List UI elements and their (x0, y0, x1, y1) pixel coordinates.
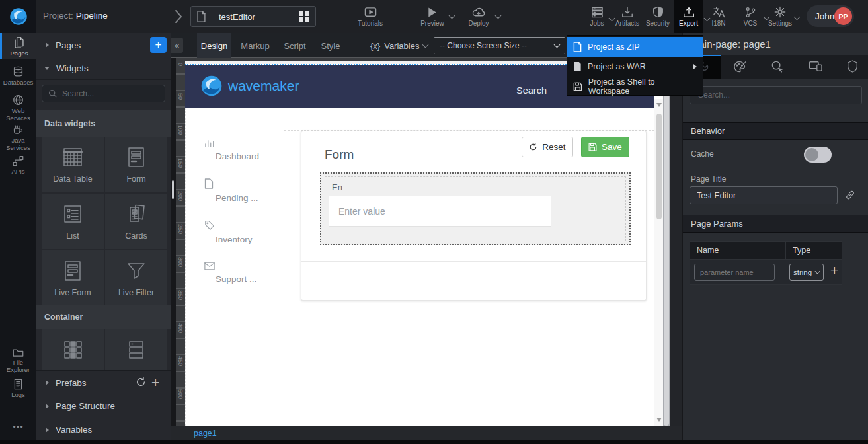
rail-more-button[interactable]: ••• (0, 424, 36, 431)
widget-cards[interactable]: Cards (105, 194, 167, 249)
variables-menu[interactable]: {x} Variables (370, 33, 428, 58)
page-search-underline (506, 104, 636, 104)
tab-security[interactable] (847, 60, 858, 73)
i18n-button[interactable]: I18N (705, 0, 732, 33)
export-button[interactable]: Export (674, 0, 703, 33)
variables-accordion[interactable]: Variables (36, 418, 171, 442)
widget-search[interactable] (42, 85, 165, 102)
settings-chevron-icon[interactable] (794, 14, 801, 20)
active-editor-chip[interactable]: testEditor (190, 6, 316, 27)
widgets-accordion-label: Widgets (56, 63, 89, 73)
canvas-scrollbar[interactable] (654, 99, 663, 426)
rail-item-java-services[interactable]: Java Services (0, 124, 36, 151)
prefabs-add-icon[interactable]: + (151, 375, 159, 390)
scroll-up-button[interactable] (656, 103, 662, 107)
deploy-button[interactable]: Deploy (463, 0, 494, 33)
scroll-thumb[interactable] (656, 114, 662, 219)
shield-icon (652, 6, 664, 18)
preview-button[interactable]: Preview (416, 0, 448, 33)
vcs-button[interactable]: VCS (736, 0, 764, 33)
prefabs-refresh-icon[interactable] (136, 377, 146, 387)
grid-layout-icon (61, 338, 84, 361)
menu-item-project-as-war[interactable]: Project as WAR (567, 57, 703, 77)
page-search-label[interactable]: Search (516, 85, 547, 96)
page-structure-accordion[interactable]: Page Structure (36, 394, 171, 418)
collapse-panel-button[interactable]: « (171, 38, 183, 53)
nav-item-support[interactable]: Support ... (204, 262, 284, 284)
frame-scrollbar[interactable] (663, 61, 670, 426)
prefabs-accordion[interactable]: Prefabs (36, 370, 171, 394)
page-params-section[interactable]: Page Params (683, 215, 868, 233)
reset-button[interactable]: Reset (522, 137, 573, 157)
settings-label: Settings (768, 20, 792, 27)
i18n-label: I18N (711, 20, 725, 27)
caret-right-icon (46, 42, 49, 48)
jobs-button[interactable]: Jobs (583, 0, 611, 33)
settings-button[interactable]: Settings (766, 0, 795, 33)
panel-gutter (171, 58, 176, 426)
tab-design[interactable]: Design (197, 33, 231, 58)
nav-item-inventory[interactable]: Inventory (204, 220, 284, 244)
widget-live-filter[interactable]: Live Filter (105, 250, 167, 306)
menu-item-project-as-zip[interactable]: Project as ZIP (567, 37, 703, 57)
rail-item-apis[interactable]: APIs (0, 155, 36, 176)
properties-panel: Main-page: page1 Behavior Cache (682, 33, 868, 444)
security-button[interactable]: Security (643, 0, 673, 33)
widget-form[interactable]: Form (105, 137, 167, 192)
bind-link-icon[interactable] (845, 190, 855, 200)
dashboard-grid-icon[interactable] (299, 11, 309, 22)
rail-item-web-services[interactable]: Web Services (0, 94, 36, 122)
caret-right-icon (46, 380, 49, 385)
scroll-down-button[interactable] (656, 418, 662, 422)
save-button[interactable]: Save (581, 137, 629, 157)
form-title: Form (325, 147, 354, 162)
widget-data-table[interactable]: Data Table (42, 137, 104, 192)
widget-live-form[interactable]: Live Form (42, 250, 104, 306)
form-fieldset[interactable]: En (320, 172, 631, 245)
add-param-button[interactable]: + (830, 262, 838, 278)
deploy-chevron-icon[interactable] (495, 13, 502, 19)
deploy-label: Deploy (468, 20, 489, 27)
panel-scrollbar-thumb[interactable] (172, 180, 174, 199)
param-type-select[interactable]: string (789, 264, 824, 281)
tab-style[interactable]: Style (316, 33, 345, 58)
screen-size-select[interactable]: -- Choose Screen Size -- (434, 37, 565, 54)
widget-list[interactable]: List (42, 194, 104, 249)
rail-item-pages[interactable]: Pages (0, 33, 36, 59)
widget-grid-layout[interactable] (42, 329, 104, 370)
widget-accordion[interactable] (105, 329, 167, 370)
form-widget[interactable]: Form En Reset Save (301, 131, 647, 301)
nav-item-pending[interactable]: Pending ... (204, 178, 284, 203)
page-title-input[interactable] (690, 186, 838, 204)
list-icon (61, 203, 84, 225)
tutorials-button[interactable]: Tutorials (354, 0, 387, 33)
tab-devices[interactable] (809, 60, 823, 72)
wavemaker-logo-icon (9, 7, 28, 26)
user-menu[interactable]: John PP (807, 5, 854, 27)
rail-item-databases[interactable]: Databases (0, 66, 36, 87)
widgets-accordion[interactable]: Widgets (36, 57, 171, 80)
nav-item-dashboard[interactable]: Dashboard (204, 138, 284, 161)
tab-script[interactable]: Script (279, 33, 311, 58)
tab-events[interactable] (771, 60, 785, 73)
form-text-input[interactable] (329, 196, 551, 227)
param-name-input[interactable] (694, 264, 775, 281)
page-tabs-bar: page1 (171, 426, 682, 441)
rail-item-logs[interactable]: Logs (0, 379, 36, 399)
preview-chevron-icon[interactable] (449, 13, 455, 19)
tab-styles[interactable] (733, 60, 747, 73)
artifacts-button[interactable]: Artifacts (612, 0, 643, 33)
project-breadcrumb[interactable]: Project:Pipeline (43, 11, 108, 20)
properties-search[interactable] (690, 86, 862, 104)
page-tab-page1[interactable]: page1 (194, 429, 217, 438)
properties-search-input[interactable] (697, 90, 842, 100)
behavior-section[interactable]: Behavior (683, 122, 868, 140)
select-chevron-icon (815, 269, 820, 274)
cache-toggle[interactable] (804, 147, 832, 163)
rail-item-file-explorer[interactable]: File Explorer (0, 348, 36, 373)
add-page-button[interactable]: + (150, 37, 167, 53)
widget-search-input[interactable] (61, 89, 153, 99)
app-logo[interactable] (0, 0, 36, 33)
tab-markup[interactable]: Markup (237, 33, 274, 58)
menu-item-project-as-shell[interactable]: Project as Shell to Workspace (567, 77, 703, 96)
